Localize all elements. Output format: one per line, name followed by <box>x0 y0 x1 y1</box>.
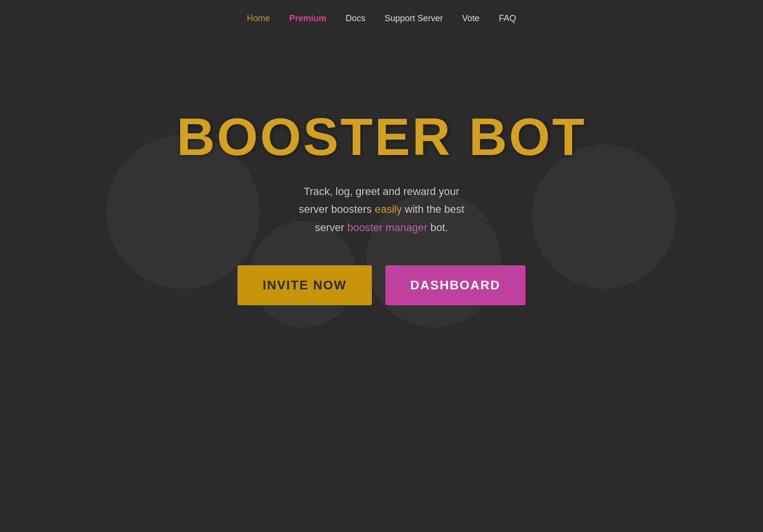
cta-buttons: INVITE NOW DASHBOARD <box>237 265 526 305</box>
subtitle-line3-post: bot. <box>427 221 448 234</box>
main-nav: Home Premium Docs Support Server Vote FA… <box>0 0 763 33</box>
subtitle-highlight-easily: easily <box>375 203 402 215</box>
invite-now-button[interactable]: INVITE NOW <box>237 265 372 305</box>
subtitle-line2-pre: server boosters <box>299 203 375 215</box>
dashboard-button[interactable]: DASHBOARD <box>385 265 526 305</box>
nav-faq[interactable]: FAQ <box>499 13 516 24</box>
nav-support-server[interactable]: Support Server <box>384 13 443 24</box>
subtitle-line2-post: with the best <box>402 203 464 215</box>
subtitle-line1: Track, log, greet and reward your <box>303 185 459 197</box>
nav-premium[interactable]: Premium <box>289 13 326 24</box>
subtitle-line3-pre: server <box>315 221 347 234</box>
hero-section: BOOSTER BOT Track, log, greet and reward… <box>0 110 763 305</box>
nav-docs[interactable]: Docs <box>345 13 365 24</box>
subtitle-highlight-booster-manager: booster manager <box>347 221 427 234</box>
hero-subtitle: Track, log, greet and reward your server… <box>299 182 464 236</box>
hero-title: BOOSTER BOT <box>177 110 587 163</box>
nav-home[interactable]: Home <box>247 13 270 24</box>
nav-vote[interactable]: Vote <box>462 13 480 24</box>
